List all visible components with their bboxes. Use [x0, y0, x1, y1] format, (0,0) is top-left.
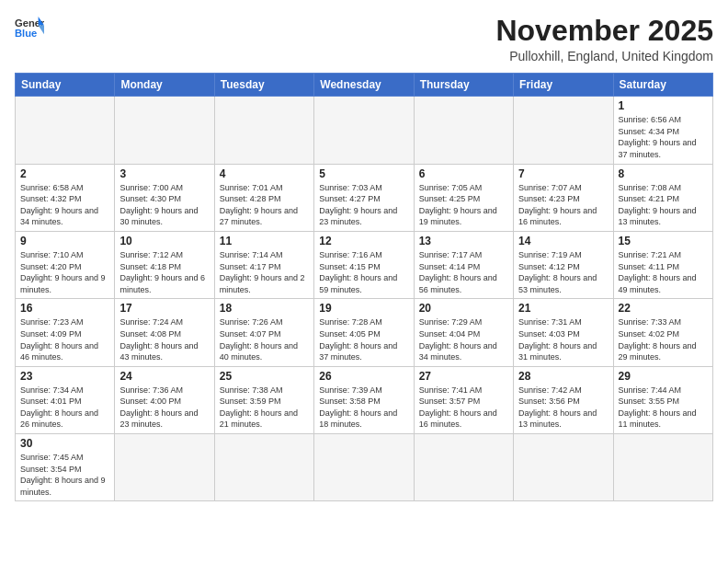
day-number: 16	[20, 302, 109, 315]
svg-text:Blue: Blue	[15, 28, 37, 39]
day-info: Sunrise: 7:26 AM Sunset: 4:07 PM Dayligh…	[220, 316, 309, 362]
day-info: Sunrise: 6:58 AM Sunset: 4:32 PM Dayligh…	[20, 182, 109, 228]
calendar-cell: 24Sunrise: 7:36 AM Sunset: 4:00 PM Dayli…	[115, 366, 214, 433]
day-info: Sunrise: 7:41 AM Sunset: 3:57 PM Dayligh…	[419, 385, 508, 431]
day-number: 23	[20, 370, 109, 383]
calendar-week-6: 30Sunrise: 7:45 AM Sunset: 3:54 PM Dayli…	[16, 434, 713, 501]
day-info: Sunrise: 7:07 AM Sunset: 4:23 PM Dayligh…	[518, 182, 608, 228]
day-info: Sunrise: 7:03 AM Sunset: 4:27 PM Dayligh…	[319, 182, 408, 228]
day-info: Sunrise: 7:16 AM Sunset: 4:15 PM Dayligh…	[319, 249, 408, 295]
calendar-week-2: 2Sunrise: 6:58 AM Sunset: 4:32 PM Daylig…	[16, 164, 713, 231]
day-number: 29	[619, 370, 708, 383]
weekday-header-friday: Friday	[514, 74, 613, 97]
day-info: Sunrise: 7:12 AM Sunset: 4:18 PM Dayligh…	[119, 249, 209, 295]
calendar-cell	[613, 434, 712, 501]
calendar-week-1: 1Sunrise: 6:56 AM Sunset: 4:34 PM Daylig…	[16, 97, 713, 164]
calendar-cell: 9Sunrise: 7:10 AM Sunset: 4:20 PM Daylig…	[16, 231, 115, 298]
calendar-cell: 7Sunrise: 7:07 AM Sunset: 4:23 PM Daylig…	[514, 164, 613, 231]
weekday-header-thursday: Thursday	[414, 74, 513, 97]
calendar-week-4: 16Sunrise: 7:23 AM Sunset: 4:09 PM Dayli…	[16, 299, 713, 366]
calendar-cell: 29Sunrise: 7:44 AM Sunset: 3:55 PM Dayli…	[613, 366, 712, 433]
calendar-cell	[314, 434, 414, 501]
calendar-cell: 8Sunrise: 7:08 AM Sunset: 4:21 PM Daylig…	[613, 164, 712, 231]
calendar-cell: 4Sunrise: 7:01 AM Sunset: 4:28 PM Daylig…	[214, 164, 313, 231]
calendar-cell: 2Sunrise: 6:58 AM Sunset: 4:32 PM Daylig…	[16, 164, 115, 231]
day-number: 12	[319, 235, 408, 247]
calendar-cell: 26Sunrise: 7:39 AM Sunset: 3:58 PM Dayli…	[314, 366, 414, 433]
calendar-cell: 13Sunrise: 7:17 AM Sunset: 4:14 PM Dayli…	[414, 231, 513, 298]
day-info: Sunrise: 7:08 AM Sunset: 4:21 PM Dayligh…	[619, 182, 708, 228]
calendar-cell: 19Sunrise: 7:28 AM Sunset: 4:05 PM Dayli…	[314, 299, 414, 366]
calendar-cell: 10Sunrise: 7:12 AM Sunset: 4:18 PM Dayli…	[115, 231, 214, 298]
day-number: 13	[419, 235, 508, 247]
calendar-cell	[115, 97, 214, 164]
calendar-cell: 22Sunrise: 7:33 AM Sunset: 4:02 PM Dayli…	[613, 299, 712, 366]
calendar-cell: 3Sunrise: 7:00 AM Sunset: 4:30 PM Daylig…	[115, 164, 214, 231]
day-info: Sunrise: 7:17 AM Sunset: 4:14 PM Dayligh…	[419, 249, 508, 295]
day-info: Sunrise: 6:56 AM Sunset: 4:34 PM Dayligh…	[619, 114, 708, 160]
day-info: Sunrise: 7:24 AM Sunset: 4:08 PM Dayligh…	[119, 316, 209, 362]
day-number: 6	[419, 167, 508, 180]
calendar-cell: 12Sunrise: 7:16 AM Sunset: 4:15 PM Dayli…	[314, 231, 414, 298]
calendar-cell: 27Sunrise: 7:41 AM Sunset: 3:57 PM Dayli…	[414, 366, 513, 433]
day-info: Sunrise: 7:38 AM Sunset: 3:59 PM Dayligh…	[220, 385, 309, 431]
page-header: General Blue November 2025 Pulloxhill, E…	[15, 15, 713, 63]
day-number: 19	[319, 302, 408, 315]
calendar-cell	[214, 97, 313, 164]
month-title: November 2025	[495, 15, 713, 47]
day-info: Sunrise: 7:39 AM Sunset: 3:58 PM Dayligh…	[319, 385, 408, 431]
calendar-cell: 21Sunrise: 7:31 AM Sunset: 4:03 PM Dayli…	[514, 299, 613, 366]
calendar-week-3: 9Sunrise: 7:10 AM Sunset: 4:20 PM Daylig…	[16, 231, 713, 298]
weekday-header-wednesday: Wednesday	[314, 74, 414, 97]
calendar-cell	[314, 97, 414, 164]
calendar-cell	[214, 434, 313, 501]
day-info: Sunrise: 7:28 AM Sunset: 4:05 PM Dayligh…	[319, 316, 408, 362]
day-number: 26	[319, 370, 408, 383]
title-block: November 2025 Pulloxhill, England, Unite…	[495, 15, 713, 63]
calendar-cell	[514, 97, 613, 164]
day-number: 9	[20, 235, 109, 247]
day-info: Sunrise: 7:19 AM Sunset: 4:12 PM Dayligh…	[518, 249, 608, 295]
calendar-cell: 16Sunrise: 7:23 AM Sunset: 4:09 PM Dayli…	[16, 299, 115, 366]
location: Pulloxhill, England, United Kingdom	[495, 49, 713, 63]
calendar-cell: 1Sunrise: 6:56 AM Sunset: 4:34 PM Daylig…	[613, 97, 712, 164]
day-info: Sunrise: 7:31 AM Sunset: 4:03 PM Dayligh…	[518, 316, 608, 362]
day-number: 27	[419, 370, 508, 383]
calendar-cell: 20Sunrise: 7:29 AM Sunset: 4:04 PM Dayli…	[414, 299, 513, 366]
calendar-cell: 5Sunrise: 7:03 AM Sunset: 4:27 PM Daylig…	[314, 164, 414, 231]
weekday-header-row: SundayMondayTuesdayWednesdayThursdayFrid…	[16, 74, 713, 97]
calendar-cell: 14Sunrise: 7:19 AM Sunset: 4:12 PM Dayli…	[514, 231, 613, 298]
day-number: 18	[220, 302, 309, 315]
day-number: 20	[419, 302, 508, 315]
day-number: 25	[220, 370, 309, 383]
day-info: Sunrise: 7:42 AM Sunset: 3:56 PM Dayligh…	[518, 385, 608, 431]
day-info: Sunrise: 7:14 AM Sunset: 4:17 PM Dayligh…	[220, 249, 309, 295]
day-info: Sunrise: 7:21 AM Sunset: 4:11 PM Dayligh…	[619, 249, 708, 295]
day-number: 2	[20, 167, 109, 180]
day-number: 11	[220, 235, 309, 247]
calendar-cell	[115, 434, 214, 501]
day-number: 17	[119, 302, 209, 315]
day-number: 15	[619, 235, 708, 247]
calendar-cell: 23Sunrise: 7:34 AM Sunset: 4:01 PM Dayli…	[16, 366, 115, 433]
calendar-cell	[16, 97, 115, 164]
day-number: 14	[518, 235, 608, 247]
day-number: 7	[518, 167, 608, 180]
logo: General Blue	[15, 15, 44, 40]
weekday-header-tuesday: Tuesday	[214, 74, 313, 97]
calendar-cell: 6Sunrise: 7:05 AM Sunset: 4:25 PM Daylig…	[414, 164, 513, 231]
day-number: 28	[518, 370, 608, 383]
calendar-cell: 18Sunrise: 7:26 AM Sunset: 4:07 PM Dayli…	[214, 299, 313, 366]
calendar-cell: 30Sunrise: 7:45 AM Sunset: 3:54 PM Dayli…	[16, 434, 115, 501]
calendar-cell	[514, 434, 613, 501]
calendar-cell: 11Sunrise: 7:14 AM Sunset: 4:17 PM Dayli…	[214, 231, 313, 298]
day-info: Sunrise: 7:45 AM Sunset: 3:54 PM Dayligh…	[20, 452, 109, 498]
weekday-header-sunday: Sunday	[16, 74, 115, 97]
day-info: Sunrise: 7:36 AM Sunset: 4:00 PM Dayligh…	[119, 385, 209, 431]
weekday-header-saturday: Saturday	[613, 74, 712, 97]
day-number: 22	[619, 302, 708, 315]
day-info: Sunrise: 7:33 AM Sunset: 4:02 PM Dayligh…	[619, 316, 708, 362]
day-info: Sunrise: 7:34 AM Sunset: 4:01 PM Dayligh…	[20, 385, 109, 431]
day-number: 30	[20, 437, 109, 450]
day-info: Sunrise: 7:05 AM Sunset: 4:25 PM Dayligh…	[419, 182, 508, 228]
